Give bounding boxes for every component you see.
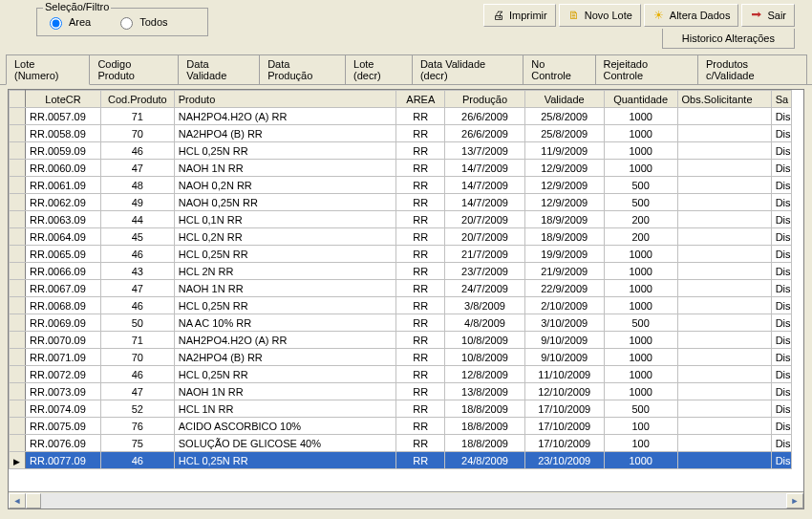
data-grid[interactable]: LoteCR Cod.Produto Produto AREA Produção…: [8, 89, 804, 509]
tab-strip: Lote (Numero)Codigo ProdutoData Validade…: [0, 49, 812, 85]
table-row[interactable]: RR.0066.0943HCL 2N RRRR23/7/200921/9/200…: [10, 263, 792, 280]
table-row[interactable]: ▶RR.0077.0946HCL 0,25N RRRR24/8/200923/1…: [10, 452, 792, 469]
tab-6[interactable]: No Controle: [523, 54, 595, 84]
history-tab[interactable]: Historico Alterações: [662, 29, 795, 49]
tab-0[interactable]: Lote (Numero): [6, 54, 90, 85]
scroll-left-icon[interactable]: ◄: [9, 493, 26, 508]
tab-5[interactable]: Data Validade (decr): [412, 54, 524, 84]
table-row[interactable]: RR.0063.0944HCL 0,1N RRRR20/7/200918/9/2…: [10, 211, 792, 228]
sun-icon: ☀: [652, 9, 666, 22]
tab-1[interactable]: Codigo Produto: [89, 54, 179, 84]
col-dval[interactable]: Validade: [524, 91, 604, 108]
tab-7[interactable]: Rejeitado Controle: [595, 54, 698, 84]
table-row[interactable]: RR.0071.0970NA2HPO4 (B) RRRR10/8/20099/1…: [10, 349, 792, 366]
col-area[interactable]: AREA: [396, 91, 445, 108]
table-row[interactable]: RR.0058.0970NA2HPO4 (B) RRRR26/6/200925/…: [10, 125, 792, 142]
tab-8[interactable]: Produtos c/Validade: [697, 54, 807, 84]
horizontal-scrollbar[interactable]: ◄ ►: [9, 491, 803, 508]
exit-icon: ⮕: [750, 9, 763, 22]
header-row: LoteCR Cod.Produto Produto AREA Produção…: [10, 91, 792, 108]
edit-button[interactable]: ☀ Altera Dados: [644, 4, 739, 27]
table-row[interactable]: RR.0073.0947NAOH 1N RRRR13/8/200912/10/2…: [10, 383, 792, 400]
col-obs[interactable]: Obs.Solicitante: [677, 91, 771, 108]
table-row[interactable]: RR.0076.0975SOLUÇÃO DE GLICOSE 40%RR18/8…: [10, 435, 792, 452]
tab-2[interactable]: Data Validade: [178, 54, 260, 84]
table-row[interactable]: RR.0061.0948NAOH 0,2N RRRR14/7/200912/9/…: [10, 177, 792, 194]
radio-todos[interactable]: Todos: [116, 14, 167, 30]
radio-area[interactable]: Area: [45, 14, 91, 30]
table-row[interactable]: RR.0072.0946HCL 0,25N RRRR12/8/200911/10…: [10, 366, 792, 383]
table-row[interactable]: RR.0060.0947NAOH 1N RRRR14/7/200912/9/20…: [10, 160, 792, 177]
table-row[interactable]: RR.0057.0971NAH2PO4.H2O (A) RRRR26/6/200…: [10, 108, 792, 125]
col-dprod[interactable]: Produção: [445, 91, 524, 108]
filter-legend: Seleção/Filtro: [43, 1, 111, 12]
table-row[interactable]: RR.0059.0946HCL 0,25N RRRR13/7/200911/9/…: [10, 142, 792, 160]
table-row[interactable]: RR.0069.0950NA AC 10% RRRR4/8/20093/10/2…: [10, 314, 792, 332]
table-row[interactable]: RR.0064.0945HCL 0,2N RRRR20/7/200918/9/2…: [10, 228, 792, 246]
col-qtd[interactable]: Quantidade: [604, 91, 677, 108]
col-cod[interactable]: Cod.Produto: [100, 91, 174, 108]
scroll-right-icon[interactable]: ►: [786, 493, 803, 508]
table-row[interactable]: RR.0074.0952HCL 1N RRRR18/8/200917/10/20…: [10, 400, 792, 418]
table-row[interactable]: RR.0062.0949NAOH 0,25N RRRR14/7/200912/9…: [10, 194, 792, 211]
table-row[interactable]: RR.0070.0971NAH2PO4.H2O (A) RRRR10/8/200…: [10, 332, 792, 349]
printer-icon: 🖨: [492, 9, 505, 22]
table-row[interactable]: RR.0067.0947NAOH 1N RRRR24/7/200922/9/20…: [10, 280, 792, 297]
col-sa[interactable]: Sa: [771, 91, 791, 108]
table-row[interactable]: RR.0065.0946HCL 0,25N RRRR21/7/200919/9/…: [10, 246, 792, 263]
print-button[interactable]: 🖨 Imprimir: [483, 4, 556, 27]
filter-group: Seleção/Filtro Area Todos: [36, 8, 208, 36]
col-prod[interactable]: Produto: [174, 91, 395, 108]
new-doc-icon: 🗎: [567, 9, 581, 22]
tab-3[interactable]: Data Produção: [259, 54, 346, 84]
tab-4[interactable]: Lote (decr): [345, 54, 413, 84]
col-lote[interactable]: LoteCR: [26, 91, 101, 108]
table-row[interactable]: RR.0068.0946HCL 0,25N RRRR3/8/20092/10/2…: [10, 297, 792, 314]
exit-button[interactable]: ⮕ Sair: [741, 4, 795, 27]
table-row[interactable]: RR.0075.0976ACIDO ASCORBICO 10%RR18/8/20…: [10, 418, 792, 435]
new-lot-button[interactable]: 🗎 Novo Lote: [559, 4, 641, 27]
